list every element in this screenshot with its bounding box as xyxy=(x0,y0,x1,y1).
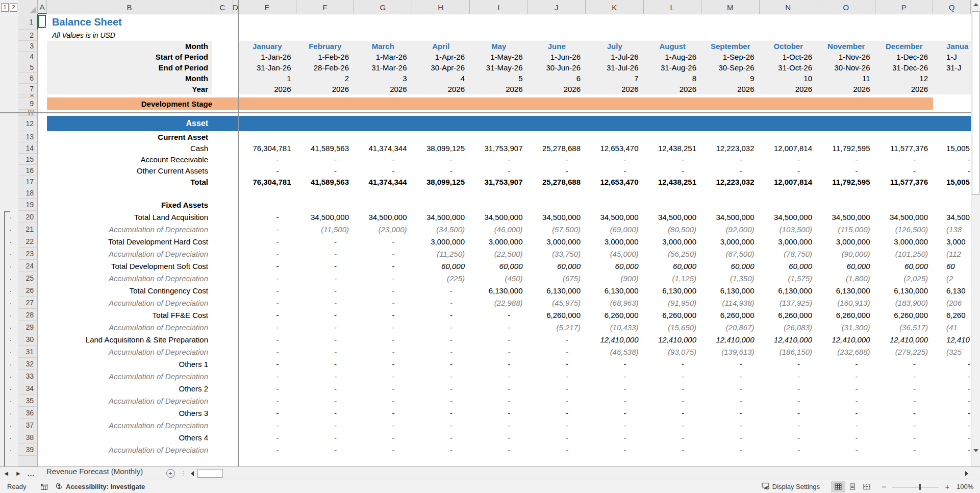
cell[interactable]: - xyxy=(528,395,586,407)
cell[interactable]: (675) xyxy=(528,272,586,284)
cell[interactable]: 41,374,344 xyxy=(354,142,412,154)
cell[interactable]: - xyxy=(412,284,470,297)
cell[interactable]: 2026 xyxy=(354,84,412,94)
cell[interactable]: (232,688) xyxy=(817,346,875,358)
cell[interactable]: 31-J xyxy=(933,62,971,73)
cell[interactable]: - xyxy=(875,443,934,456)
cell[interactable]: (15,650) xyxy=(644,321,702,333)
outline-group-dot[interactable]: · xyxy=(0,443,18,456)
cell[interactable]: - xyxy=(875,358,934,370)
cell[interactable] xyxy=(701,187,760,199)
cell[interactable]: 1-Nov-26 xyxy=(817,52,875,62)
row-label[interactable]: Others 1 xyxy=(47,358,212,370)
column-header-A[interactable]: A xyxy=(38,0,47,14)
cell[interactable]: 38,099,125 xyxy=(412,176,470,187)
cell[interactable]: (186,150) xyxy=(760,346,818,358)
cell[interactable] xyxy=(296,131,355,142)
column-header-J[interactable]: J xyxy=(528,0,586,14)
row-header-2[interactable]: 2 xyxy=(18,30,38,41)
cell[interactable]: 60 xyxy=(933,260,971,272)
column-a-cell[interactable] xyxy=(38,260,47,272)
column-a-cell[interactable] xyxy=(38,176,47,187)
cell[interactable]: (139,613) xyxy=(701,346,760,358)
cell[interactable]: 9 xyxy=(701,73,760,84)
cell[interactable] xyxy=(354,187,412,199)
cell[interactable]: 34,500,000 xyxy=(875,211,934,223)
page-layout-view-button[interactable] xyxy=(845,481,860,492)
cell[interactable]: - xyxy=(296,443,355,456)
cell[interactable]: - xyxy=(586,358,644,370)
cell[interactable]: - xyxy=(354,358,412,370)
cell[interactable]: 5 xyxy=(470,73,528,84)
outline-group-dot[interactable]: · xyxy=(0,309,18,321)
cell[interactable]: (92,000) xyxy=(701,223,760,235)
row-header-7[interactable]: 7 xyxy=(18,84,38,94)
cell[interactable] xyxy=(701,131,760,142)
column-header-H[interactable]: H xyxy=(412,0,470,14)
column-a-cell[interactable] xyxy=(38,211,47,223)
cell[interactable]: - xyxy=(238,346,296,358)
cell[interactable]: (56,250) xyxy=(644,248,702,260)
cell[interactable]: (279,225) xyxy=(875,346,934,358)
cell[interactable]: (78,750) xyxy=(760,248,818,260)
cell[interactable]: (450) xyxy=(470,272,528,284)
cell[interactable]: (33,750) xyxy=(528,248,586,260)
cell[interactable] xyxy=(296,199,355,211)
cell[interactable]: - xyxy=(412,346,470,358)
cell[interactable] xyxy=(933,84,971,94)
cell[interactable]: - xyxy=(760,165,818,176)
cell[interactable]: - xyxy=(296,407,355,419)
column-a-cell[interactable] xyxy=(38,154,47,165)
column-a-cell[interactable] xyxy=(38,131,47,142)
cell[interactable]: - xyxy=(238,382,296,395)
cell[interactable] xyxy=(760,131,818,142)
cell[interactable]: - xyxy=(354,346,412,358)
cell[interactable]: 1-Feb-26 xyxy=(296,52,355,62)
cell[interactable] xyxy=(701,30,760,41)
cell[interactable]: - xyxy=(528,346,586,358)
cell[interactable] xyxy=(238,30,296,41)
select-all-corner[interactable] xyxy=(18,0,38,14)
cell[interactable]: (80,500) xyxy=(644,223,702,235)
cell[interactable]: - xyxy=(412,165,470,176)
cell[interactable]: 12,410,000 xyxy=(644,333,702,346)
cell[interactable]: - xyxy=(470,382,528,395)
cell[interactable]: 12,007,814 xyxy=(760,142,818,154)
cell[interactable]: 1 xyxy=(238,73,296,84)
cell[interactable] xyxy=(760,187,818,199)
cell[interactable] xyxy=(644,199,702,211)
cell[interactable]: 31-Dec-26 xyxy=(875,62,934,73)
cell[interactable]: - xyxy=(933,358,971,370)
cell[interactable] xyxy=(528,30,586,41)
cell[interactable]: - xyxy=(528,358,586,370)
cell[interactable]: (45,000) xyxy=(586,248,644,260)
column-a-cell[interactable] xyxy=(38,419,47,431)
cell[interactable] xyxy=(875,14,934,30)
cell[interactable] xyxy=(875,199,934,211)
cell[interactable]: 30-Sep-26 xyxy=(701,62,760,73)
cell[interactable]: - xyxy=(875,370,934,382)
cell[interactable] xyxy=(528,14,586,30)
cell[interactable]: - xyxy=(644,407,702,419)
cell[interactable] xyxy=(586,131,644,142)
cell[interactable]: - xyxy=(701,154,760,165)
row-label[interactable]: Accumulation of Depreciation xyxy=(47,370,212,382)
cell[interactable] xyxy=(412,199,470,211)
cell[interactable]: - xyxy=(470,443,528,456)
cell[interactable]: 6,260,000 xyxy=(528,309,586,321)
cell[interactable]: - xyxy=(644,419,702,431)
cell[interactable]: 2026 xyxy=(644,84,702,94)
cell[interactable]: - xyxy=(238,419,296,431)
cell[interactable]: - xyxy=(470,165,528,176)
cell[interactable]: 1-Apr-26 xyxy=(412,52,470,62)
cell[interactable]: 6,130,000 xyxy=(528,284,586,297)
cell[interactable]: (2 xyxy=(933,272,971,284)
row-label[interactable]: Other Current Assets xyxy=(47,165,212,176)
cell[interactable] xyxy=(644,131,702,142)
column-header-G[interactable]: G xyxy=(354,0,412,14)
cell[interactable]: 34,500,000 xyxy=(701,211,760,223)
column-a-cell[interactable] xyxy=(38,333,47,346)
cell[interactable]: 3,000,000 xyxy=(528,235,586,248)
column-a-cell[interactable] xyxy=(38,41,47,52)
cell[interactable]: - xyxy=(586,395,644,407)
